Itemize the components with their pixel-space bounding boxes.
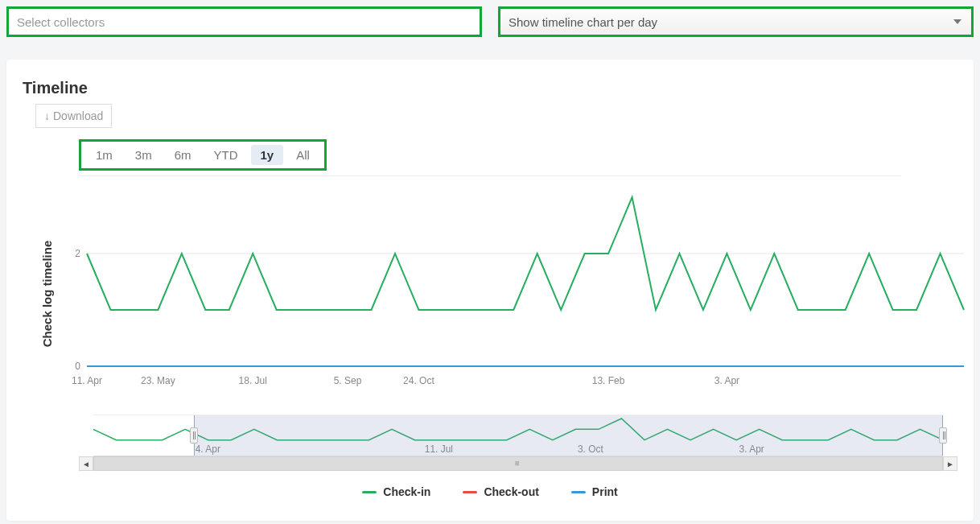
navigator-handle-left[interactable] [190,427,198,444]
legend-swatch [463,491,477,493]
divider [79,175,901,176]
download-label: Download [53,109,103,122]
download-button[interactable]: ↓ Download [35,104,112,128]
chart-navigator[interactable]: 4. Apr11. Jul3. Oct3. Apr ◄ ► [79,415,957,471]
navigator-scrollbar[interactable] [93,456,943,471]
range-ytd[interactable]: YTD [204,145,248,165]
timeline-view-select[interactable]: Show timeline chart per day [498,6,974,37]
svg-text:23. May: 23. May [141,375,175,386]
download-icon: ↓ [44,109,50,122]
y-axis-label: Check log timeline [40,241,54,348]
timeline-chart: Check log timeline 0211. Apr23. May18. J… [23,189,957,398]
svg-text:11. Apr: 11. Apr [72,375,102,386]
svg-text:3. Apr: 3. Apr [714,375,739,386]
svg-text:2: 2 [75,248,80,259]
navigator-left-arrow[interactable]: ◄ [79,456,93,471]
range-selector: 1m3m6mYTD1yAll [79,139,327,171]
range-1y[interactable]: 1y [251,145,284,165]
navigator-selection[interactable] [194,415,943,456]
timeline-view-selected: Show timeline chart per day [509,15,657,29]
legend-item-check-in[interactable]: Check-in [362,485,430,498]
svg-text:18. Jul: 18. Jul [239,375,267,386]
svg-text:5. Sep: 5. Sep [334,375,362,386]
svg-text:24. Oct: 24. Oct [403,375,434,386]
range-1m[interactable]: 1m [86,145,122,165]
select-collectors[interactable]: Select collectors [6,6,482,37]
legend-label: Check-out [484,485,538,498]
svg-text:13. Feb: 13. Feb [592,375,625,386]
svg-text:0: 0 [75,361,80,372]
chart-svg[interactable]: 0211. Apr23. May18. Jul5. Sep24. Oct13. … [63,189,972,398]
legend-label: Print [592,485,618,498]
chart-legend: Check-inCheck-outPrint [23,485,957,498]
legend-item-print[interactable]: Print [571,485,618,498]
legend-swatch [571,491,586,493]
navigator-right-arrow[interactable]: ► [943,456,957,471]
navigator-handle-right[interactable] [939,427,947,444]
select-collectors-placeholder: Select collectors [17,15,105,29]
range-all[interactable]: All [286,145,319,165]
legend-item-check-out[interactable]: Check-out [463,485,538,498]
legend-label: Check-in [383,485,430,498]
legend-swatch [362,491,377,493]
range-6m[interactable]: 6m [165,145,201,165]
range-3m[interactable]: 3m [126,145,162,165]
timeline-card: Timeline ↓ Download 1m3m6mYTD1yAll Check… [6,60,974,521]
card-title: Timeline [23,79,957,97]
